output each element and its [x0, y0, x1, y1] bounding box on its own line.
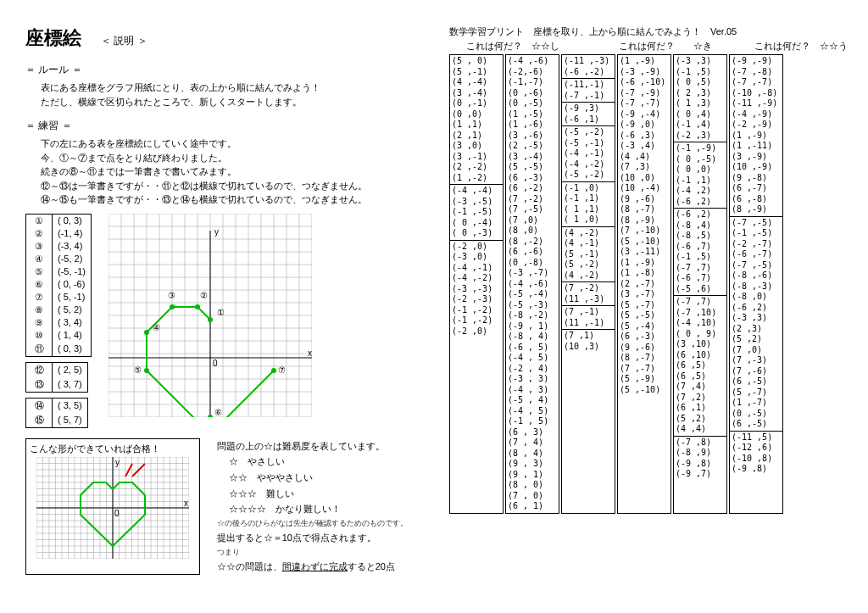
svg-text:③: ③ [168, 291, 175, 300]
svg-point-51 [271, 368, 276, 373]
rule-label: ＝ ルール ＝ [25, 63, 432, 77]
svg-text:④: ④ [153, 323, 160, 332]
page-title: 座標絵 [25, 25, 81, 51]
svg-point-39 [208, 317, 213, 322]
svg-point-49 [208, 415, 213, 417]
svg-point-45 [144, 330, 149, 335]
worksheet-header: 数学学習プリント 座標を取り、上から順に結んでみよう！ Ver.05 [449, 25, 851, 38]
practice-graph: x y 0 ① ② ③ ④ ⑤ ⑥ ⑦ [108, 214, 312, 417]
svg-text:y: y [115, 458, 120, 467]
quiz-labels: これは何だ？ ☆☆し これは何だ？ ☆き これは何だ？ ☆☆う [449, 40, 851, 53]
svg-text:0: 0 [114, 509, 120, 518]
svg-text:0: 0 [213, 359, 218, 368]
svg-text:⑥: ⑥ [214, 408, 222, 417]
sample-box: こんな形ができていれば合格！ x y 0 [25, 438, 200, 575]
svg-text:x: x [184, 499, 188, 508]
svg-point-47 [144, 368, 149, 373]
rule-text: 表にある座標をグラフ用紙にとり、表の上から順に結んでみよう！ ただし、横線で区切… [41, 81, 432, 109]
difficulty-box: 問題の上の☆は難易度を表しています。 ☆ やさしい ☆☆ やややさしい ☆☆☆ … [217, 438, 432, 575]
svg-text:②: ② [200, 291, 208, 300]
data-columns: (5 , 0)(5 ,-1)(4 ,-4)(3 ,-4)(0 ,-1)(0 ,0… [449, 54, 851, 514]
svg-text:⑤: ⑤ [134, 365, 142, 375]
svg-point-43 [170, 304, 175, 309]
practice-label: ＝ 練習 ＝ [25, 119, 432, 133]
svg-text:y: y [214, 227, 219, 237]
svg-point-41 [195, 304, 200, 309]
svg-text:⑦: ⑦ [278, 365, 286, 375]
svg-text:x: x [308, 348, 312, 358]
svg-text:①: ① [217, 308, 225, 317]
practice-table: ①( 0, 3)②(-1, 4)③(-3, 4)④(-5, 2)⑤(-5, -1… [25, 214, 92, 428]
subtitle: ＜ 説明 ＞ [101, 34, 147, 48]
practice-text: 下の左にある表を座標絵にしていく途中です。 今、①～⑦まで点をとり結び終わりまし… [41, 137, 432, 207]
